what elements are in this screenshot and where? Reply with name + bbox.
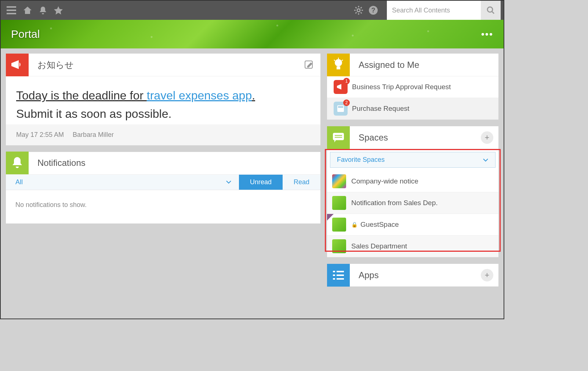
space-thumbnail (332, 218, 346, 232)
headline-text-suffix: . (252, 89, 255, 102)
notifications-tabs: All Unread Read (6, 175, 320, 190)
notifications-title: Notifications (29, 158, 320, 168)
space-item[interactable]: Company-wide notice (327, 171, 498, 192)
list-icon (327, 264, 350, 287)
announcement-headline: Today is the deadline for travel expense… (16, 87, 310, 105)
main-content: お知らせ Today is the deadline for travel ex… (1, 48, 504, 292)
chat-icon (327, 126, 350, 149)
notifications-bell-icon (6, 152, 29, 174)
add-space-button[interactable]: + (481, 131, 493, 144)
assigned-card: Assigned to Me 1 Business Trip Approval … (327, 54, 498, 120)
search-button[interactable] (481, 1, 501, 20)
tab-unread[interactable]: Unread (239, 175, 283, 190)
gear-icon[interactable] (354, 6, 363, 15)
lightbulb-icon (327, 54, 350, 76)
announcements-header: お知らせ (6, 54, 320, 76)
favorite-spaces-dropdown[interactable]: Favorite Spaces (330, 152, 496, 168)
announcement-subline: Submit it as soon as possible. (16, 107, 310, 121)
announcement-timestamp: May 17 2:55 AM (16, 131, 64, 139)
chevron-down-icon (226, 180, 232, 184)
megaphone-app-icon: 1 (334, 80, 348, 94)
search-input[interactable] (387, 1, 481, 20)
space-label: Company-wide notice (351, 177, 418, 185)
chevron-down-icon (483, 158, 489, 162)
announcements-title: お知らせ (29, 59, 304, 71)
assigned-title: Assigned to Me (350, 60, 498, 70)
star-icon[interactable] (54, 6, 63, 15)
assigned-item[interactable]: 1 Business Trip Approval Request (327, 76, 498, 98)
svg-rect-6 (337, 66, 340, 69)
topbar-left (4, 6, 63, 15)
svg-rect-8 (338, 106, 343, 108)
headline-text-prefix: Today is the deadline for (16, 89, 147, 102)
tab-all[interactable]: All (6, 175, 239, 190)
space-label: Sales Department (351, 242, 407, 250)
bell-icon[interactable] (39, 6, 47, 15)
svg-point-5 (335, 59, 342, 66)
svg-point-3 (487, 7, 493, 12)
announcement-body: Today is the deadline for travel expense… (6, 76, 320, 124)
notifications-empty: No notifications to show. (6, 190, 320, 223)
notifications-card: Notifications All Unread Read No notific… (6, 152, 320, 223)
apps-title: Apps (350, 270, 481, 280)
edit-icon[interactable] (304, 60, 320, 70)
topbar: ? (1, 1, 504, 20)
space-item[interactable]: Sales Department (327, 236, 498, 257)
topbar-right: ? (354, 1, 501, 20)
spaces-title: Spaces (350, 132, 481, 143)
spaces-list: Company-wide notice Notification from Sa… (327, 171, 498, 257)
notifications-header: Notifications (6, 152, 320, 175)
space-thumbnail (332, 239, 346, 253)
space-thumbnail (332, 174, 346, 188)
announcements-card: お知らせ Today is the deadline for travel ex… (6, 54, 320, 145)
announcement-footer: May 17 2:55 AM Barbara Miller (6, 124, 320, 145)
banner-more-icon[interactable]: ••• (481, 29, 493, 40)
corner-fold-icon (327, 214, 334, 221)
svg-point-0 (357, 9, 360, 12)
megaphone-icon (6, 54, 29, 76)
menu-icon[interactable] (7, 6, 16, 14)
apps-header: Apps + (327, 264, 498, 287)
search-icon (486, 6, 495, 15)
home-icon[interactable] (23, 6, 32, 15)
assigned-item[interactable]: 2 Purchase Request (327, 98, 498, 120)
calculator-app-icon: 2 (334, 102, 348, 116)
svg-text:?: ? (371, 7, 375, 14)
assigned-label: Business Trip Approval Request (352, 83, 451, 91)
left-column: お知らせ Today is the deadline for travel ex… (6, 54, 320, 287)
apps-card: Apps + (327, 264, 498, 287)
badge-count: 2 (343, 99, 350, 106)
page-title: Portal (11, 28, 40, 40)
space-item[interactable]: 🔒 GuestSpace (327, 214, 498, 236)
assigned-label: Purchase Request (352, 105, 409, 113)
help-icon[interactable]: ? (369, 6, 378, 15)
assigned-list: 1 Business Trip Approval Request 2 Purch… (327, 76, 498, 120)
tab-read[interactable]: Read (283, 175, 320, 190)
lock-icon: 🔒 (351, 222, 357, 228)
svg-rect-9 (333, 133, 344, 140)
search-container (387, 1, 501, 20)
announcement-author: Barbara Miller (73, 131, 114, 139)
space-label: Notification from Sales Dep. (351, 199, 438, 207)
badge-count: 1 (343, 78, 350, 84)
travel-expenses-link[interactable]: travel expenses app (147, 89, 252, 102)
assigned-header: Assigned to Me (327, 54, 498, 76)
space-label: GuestSpace (360, 221, 399, 229)
space-item[interactable]: Notification from Sales Dep. (327, 192, 498, 214)
spaces-card: Spaces + Favorite Spaces Company-wide no… (327, 126, 498, 257)
right-column: Assigned to Me 1 Business Trip Approval … (327, 54, 498, 287)
banner: Portal ••• (1, 20, 504, 48)
space-thumbnail (332, 196, 346, 210)
spaces-header: Spaces + (327, 126, 498, 149)
add-app-button[interactable]: + (481, 269, 493, 281)
